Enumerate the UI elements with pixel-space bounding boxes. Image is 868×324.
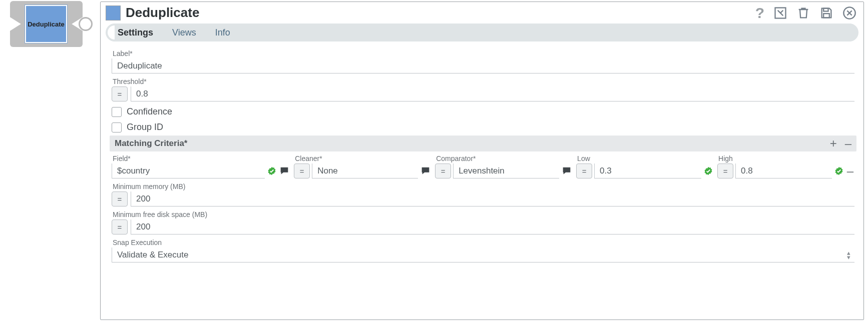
panel-title: Deduplicate: [126, 5, 199, 20]
criteria-add-button[interactable]: +: [830, 138, 837, 150]
valid-icon: [267, 166, 277, 176]
label-input[interactable]: [112, 58, 854, 74]
groupid-label: Group ID: [127, 122, 163, 132]
tabs: Settings Views Info: [106, 24, 858, 42]
criteria-cleaner-input[interactable]: [312, 164, 418, 178]
criteria-comparator-input[interactable]: [453, 164, 559, 178]
col-high-label: High: [718, 154, 854, 162]
valid-icon: [834, 166, 844, 176]
criteria-header: Matching Criteria* + –: [110, 136, 856, 152]
row-remove-button[interactable]: –: [846, 164, 854, 178]
form: Label* Threshold* = Confidence Group ID …: [101, 42, 863, 262]
save-icon[interactable]: [819, 6, 833, 20]
criteria-field-input[interactable]: [112, 164, 265, 178]
settings-panel: Deduplicate ? Settings Views Info Label*…: [100, 2, 864, 320]
threshold-expr-button[interactable]: =: [112, 86, 128, 102]
confidence-checkbox[interactable]: [112, 107, 122, 117]
snap-output-port[interactable]: [79, 17, 93, 31]
tab-info[interactable]: Info: [214, 26, 231, 40]
delete-icon[interactable]: [796, 6, 810, 20]
snap-node[interactable]: Deduplicate: [10, 1, 93, 47]
svg-rect-2: [823, 14, 829, 18]
close-icon[interactable]: [842, 6, 856, 20]
col-cleaner-label: Cleaner*: [295, 154, 431, 162]
high-expr-button[interactable]: =: [717, 164, 733, 178]
criteria-remove-button[interactable]: –: [845, 138, 851, 150]
min-memory-input[interactable]: [131, 192, 854, 206]
col-low-label: Low: [577, 154, 713, 162]
label-label: Label*: [113, 50, 854, 58]
svg-rect-1: [823, 8, 828, 11]
snap-color-swatch: [106, 6, 121, 20]
min-disk-expr-button[interactable]: =: [112, 220, 128, 234]
criteria-low-input[interactable]: [594, 164, 701, 178]
confidence-label: Confidence: [127, 106, 172, 117]
tab-settings[interactable]: Settings: [117, 26, 154, 40]
tab-views[interactable]: Views: [171, 26, 197, 40]
low-expr-button[interactable]: =: [576, 164, 592, 178]
min-memory-expr-button[interactable]: =: [112, 192, 128, 206]
min-disk-input[interactable]: [131, 220, 854, 234]
min-disk-label: Minimum free disk space (MB): [113, 210, 854, 218]
min-memory-label: Minimum memory (MB): [113, 182, 854, 190]
threshold-input[interactable]: [131, 86, 854, 102]
groupid-checkbox[interactable]: [112, 122, 122, 132]
snap-execution-label: Snap Execution: [113, 238, 854, 246]
col-comparator-label: Comparator*: [436, 154, 572, 162]
snap-core[interactable]: Deduplicate: [25, 5, 67, 43]
threshold-label: Threshold*: [113, 78, 854, 86]
help-icon[interactable]: ?: [755, 6, 764, 20]
revert-icon[interactable]: [773, 6, 787, 20]
criteria-high-input[interactable]: [735, 164, 832, 178]
snap-label: Deduplicate: [28, 20, 65, 28]
suggest-icon[interactable]: [279, 166, 290, 176]
comparator-expr-button[interactable]: =: [435, 164, 451, 178]
snap-execution-select[interactable]: [112, 248, 854, 262]
suggest-icon[interactable]: [561, 166, 572, 176]
criteria-row: Field* Cleaner* = Comparator* =: [112, 154, 854, 178]
valid-icon: [703, 166, 713, 176]
criteria-label: Matching Criteria*: [115, 138, 187, 148]
suggest-icon[interactable]: [420, 166, 431, 176]
cleaner-expr-button[interactable]: =: [294, 164, 310, 178]
col-field-label: Field*: [113, 154, 290, 162]
panel-header: Deduplicate ?: [101, 2, 863, 22]
